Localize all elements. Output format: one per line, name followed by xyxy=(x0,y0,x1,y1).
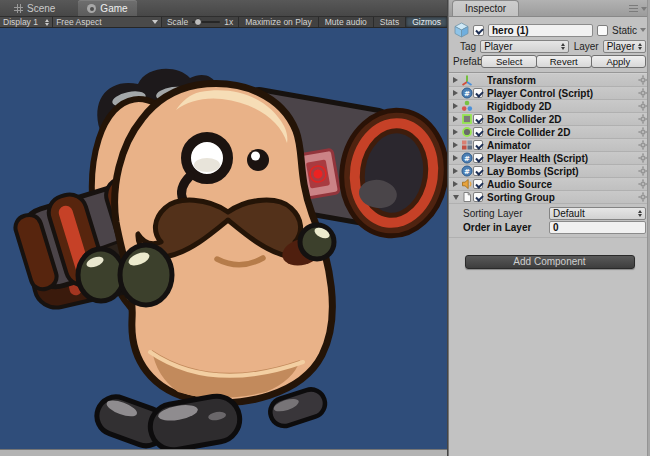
component-enabled-checkbox[interactable] xyxy=(473,153,487,163)
component-row[interactable]: Rigidbody 2D xyxy=(449,100,650,113)
foldout-triangle-icon[interactable] xyxy=(451,103,460,109)
tab-scene[interactable]: Scene xyxy=(5,0,64,16)
foldout-triangle-icon[interactable] xyxy=(451,90,460,96)
scene-grid-icon xyxy=(14,4,23,13)
component-name: Audio Source xyxy=(487,179,636,190)
stats-button[interactable]: Stats xyxy=(373,17,405,27)
gameobject-name-field[interactable]: hero (1) xyxy=(488,24,593,37)
component-enabled-checkbox[interactable] xyxy=(473,114,487,124)
component-row[interactable]: Box Collider 2D xyxy=(449,113,650,126)
inspector-tab-icons xyxy=(629,5,647,16)
popup-icon xyxy=(45,19,49,26)
component-row[interactable]: Sorting Group xyxy=(449,191,650,204)
foldout-triangle-icon[interactable] xyxy=(451,155,460,161)
game-panel: Scene Game Display 1 Free Aspect Scale 1… xyxy=(0,0,447,456)
game-viewport[interactable] xyxy=(0,28,447,449)
component-row[interactable]: Animator xyxy=(449,139,650,152)
component-row[interactable]: Transform xyxy=(449,74,650,87)
prefab-select-button[interactable]: Select xyxy=(481,55,537,68)
audio-icon xyxy=(460,178,473,190)
static-flags-dropdown-icon[interactable] xyxy=(640,28,646,32)
tab-game[interactable]: Game xyxy=(78,0,136,16)
popup-icon xyxy=(638,210,642,217)
prefab-revert-button[interactable]: Revert xyxy=(536,55,592,68)
svg-text:#: # xyxy=(464,155,470,163)
component-row[interactable]: Audio Source xyxy=(449,178,650,191)
tag-dropdown[interactable]: Player xyxy=(480,40,569,53)
gizmos-button[interactable]: Gizmos xyxy=(405,17,447,27)
chevron-down-icon xyxy=(152,20,158,24)
circle-collider-icon xyxy=(460,126,473,138)
foldout-triangle-icon[interactable] xyxy=(451,142,460,148)
tab-game-label: Game xyxy=(100,3,127,14)
foldout-triangle-icon[interactable] xyxy=(451,129,460,135)
script-icon: # xyxy=(460,165,473,177)
component-row[interactable]: # Player Control (Script) xyxy=(449,87,650,100)
rigidbody-icon xyxy=(460,100,473,112)
box-collider-icon xyxy=(460,113,473,125)
game-view-bottom-border xyxy=(0,449,447,456)
sorting-layer-label: Sorting Layer xyxy=(463,208,549,219)
component-name: Player Control (Script) xyxy=(487,88,636,99)
front-hero-glove xyxy=(120,245,172,305)
component-enabled-checkbox[interactable] xyxy=(473,88,487,98)
prefab-apply-button[interactable]: Apply xyxy=(591,55,647,68)
foldout-triangle-icon[interactable] xyxy=(451,77,460,83)
layer-dropdown[interactable]: Player xyxy=(603,40,646,53)
tab-inspector-label: Inspector xyxy=(465,3,506,14)
layer-label: Layer xyxy=(574,41,599,52)
add-component-button[interactable]: Add Component xyxy=(465,255,635,269)
foldout-triangle-icon[interactable] xyxy=(451,181,460,187)
foldout-triangle-icon[interactable] xyxy=(451,195,460,200)
component-list: Transform # Player Control (Script) Rigi… xyxy=(449,73,650,204)
component-row[interactable]: # Lay Bombs (Script) xyxy=(449,165,650,178)
foldout-triangle-icon[interactable] xyxy=(451,168,460,174)
component-row[interactable]: # Player Health (Script) xyxy=(449,152,650,165)
maximize-on-play-button[interactable]: Maximize on Play xyxy=(238,17,318,27)
game-toolbar: Display 1 Free Aspect Scale 1x Maximize … xyxy=(0,17,447,28)
tag-value: Player xyxy=(484,41,558,52)
display-dropdown[interactable]: Display 1 xyxy=(0,17,53,27)
mute-audio-button[interactable]: Mute audio xyxy=(318,17,373,27)
inspector-tabbar: Inspector xyxy=(449,0,650,17)
static-checkbox[interactable] xyxy=(597,25,608,36)
scale-value: 1x xyxy=(224,17,233,27)
component-name: Circle Collider 2D xyxy=(487,127,636,138)
script-icon: # xyxy=(460,87,473,99)
popup-icon xyxy=(638,43,642,50)
component-name: Sorting Group xyxy=(487,192,636,203)
gameobject-enabled-checkbox[interactable] xyxy=(473,25,484,36)
tab-menu-icon[interactable] xyxy=(629,5,638,12)
animator-icon xyxy=(460,139,473,151)
component-enabled-checkbox[interactable] xyxy=(473,166,487,176)
component-name: Transform xyxy=(487,75,636,86)
tab-inspector[interactable]: Inspector xyxy=(452,0,519,16)
inspector-panel: Inspector hero (1) Static Tag Player xyxy=(449,0,650,456)
tag-label: Tag xyxy=(460,41,476,52)
component-enabled-checkbox[interactable] xyxy=(473,127,487,137)
scale-slider[interactable] xyxy=(192,21,220,23)
component-name: Box Collider 2D xyxy=(487,114,636,125)
order-in-layer-label: Order in Layer xyxy=(463,222,549,233)
scale-slider-thumb[interactable] xyxy=(194,18,202,26)
sorting-group-icon xyxy=(460,191,473,203)
scale-control: Scale 1x xyxy=(162,17,238,27)
view-tabbar: Scene Game xyxy=(0,0,447,17)
sorting-layer-value: Default xyxy=(553,208,635,219)
component-row[interactable]: Circle Collider 2D xyxy=(449,126,650,139)
display-dropdown-value: Display 1 xyxy=(3,17,42,27)
component-name: Lay Bombs (Script) xyxy=(487,166,636,177)
foldout-triangle-icon[interactable] xyxy=(451,116,460,122)
sorting-layer-dropdown[interactable]: Default xyxy=(549,207,646,220)
order-in-layer-field[interactable]: 0 xyxy=(549,221,646,234)
component-enabled-checkbox[interactable] xyxy=(473,140,487,150)
transform-icon xyxy=(460,74,473,86)
popup-icon xyxy=(561,43,565,50)
component-enabled-checkbox[interactable] xyxy=(473,179,487,189)
sorting-group-body: Sorting Layer Default Order in Layer 0 xyxy=(449,204,650,238)
component-name: Player Health (Script) xyxy=(487,153,636,164)
gameobject-cube-icon xyxy=(453,22,470,38)
aspect-dropdown[interactable]: Free Aspect xyxy=(53,17,162,27)
svg-text:#: # xyxy=(464,90,470,98)
component-enabled-checkbox[interactable] xyxy=(473,192,487,202)
